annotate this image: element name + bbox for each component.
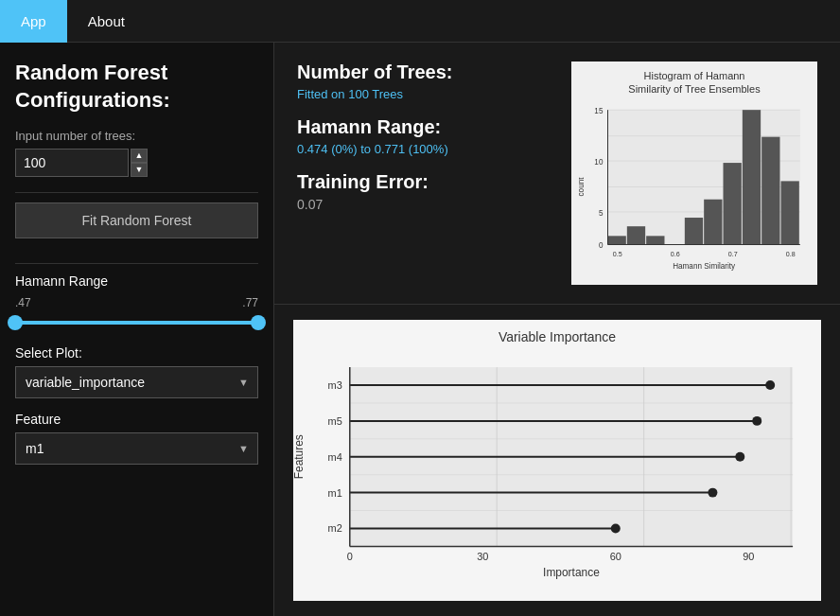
spin-down-button[interactable]: ▼: [131, 163, 148, 177]
right-panel: Number of Trees: Fitted on 100 Trees Ham…: [274, 43, 840, 616]
info-left: Number of Trees: Fitted on 100 Trees Ham…: [297, 62, 552, 285]
select-plot-section: Select Plot: variable_importance partial…: [15, 345, 258, 398]
bar-7: [743, 110, 761, 244]
histogram-container: Histogram of HamannSimilarity of Tree En…: [571, 62, 817, 285]
training-title: Training Error:: [297, 171, 552, 193]
dot-m1: [708, 487, 717, 497]
bar-5: [704, 199, 722, 244]
chart-wrapper: Variable Importance: [293, 320, 821, 601]
trees-title: Number of Trees:: [297, 62, 552, 83]
histogram-svg: 15 10 5 0 0.5 0.6 0.7 0.8 Hamann Similar…: [579, 100, 810, 273]
range-thumb-left[interactable]: [8, 315, 23, 330]
x-tick-60: 60: [610, 551, 621, 562]
variable-importance-svg: m3 m5 m4 m1 m2 0 30 60 90 Importance Fea…: [293, 344, 821, 597]
x-label-0.5: 0.5: [613, 250, 622, 257]
range-slider[interactable]: [15, 313, 258, 332]
x-label-0.7: 0.7: [728, 250, 738, 257]
hamann-title: Hamann Range:: [297, 116, 552, 138]
tab-app[interactable]: App: [0, 0, 67, 43]
y-label-m4: m4: [328, 450, 342, 462]
select-plot-dropdown[interactable]: variable_importance partial_dependence r…: [15, 366, 258, 398]
dot-m3: [765, 380, 775, 390]
select-plot-label: Select Plot:: [15, 345, 258, 361]
y-label-0: 0: [599, 240, 604, 249]
y-label-m1: m1: [328, 486, 342, 498]
range-max-label: .77: [242, 296, 258, 309]
range-fill: [20, 321, 254, 325]
feature-wrapper: m1 m2 m3 m4 m5: [15, 432, 258, 465]
sidebar: Random ForestConfigurations: Input numbe…: [0, 43, 274, 616]
y-axis-label: count: [579, 176, 586, 196]
x-tick-90: 90: [743, 551, 754, 562]
bar-0: [608, 236, 626, 244]
y-label-5: 5: [599, 209, 604, 218]
dot-m2: [611, 523, 621, 533]
feature-dropdown[interactable]: m1 m2 m3 m4 m5: [15, 432, 258, 465]
trees-fitted: Fitted on 100 Trees: [297, 87, 552, 101]
bar-6: [724, 163, 742, 244]
fit-button[interactable]: Fit Random Forest: [15, 202, 258, 238]
training-value: 0.07: [297, 197, 552, 212]
trees-input[interactable]: [15, 149, 129, 177]
hamann-range-title: Hamann Range: [15, 273, 258, 289]
range-thumb-right[interactable]: [251, 315, 266, 330]
select-plot-wrapper: variable_importance partial_dependence r…: [15, 366, 258, 398]
bar-2: [646, 236, 664, 244]
top-navigation: App About: [0, 0, 840, 43]
hamann-value: 0.474 (0%) to 0.771 (100%): [297, 142, 552, 156]
x-axis-title: Importance: [543, 566, 600, 579]
x-axis-label: Hamann Similarity: [673, 262, 736, 271]
divider-1: [15, 192, 258, 193]
spin-buttons: ▲ ▼: [131, 149, 148, 177]
trees-input-row: ▲ ▼: [15, 149, 258, 177]
divider-2: [15, 263, 258, 264]
tab-about[interactable]: About: [67, 0, 146, 43]
range-min-label: .47: [15, 296, 31, 309]
feature-label: Feature: [15, 412, 258, 427]
range-labels: .47 .77: [15, 296, 258, 309]
spin-up-button[interactable]: ▲: [131, 149, 148, 163]
x-label-0.8: 0.8: [786, 250, 796, 257]
y-axis-title: Features: [293, 434, 306, 479]
chart-section: Variable Importance: [274, 305, 840, 616]
trees-label: Input number of trees:: [15, 129, 258, 143]
y-label-10: 10: [594, 158, 604, 167]
x-tick-0: 0: [347, 551, 353, 562]
bar-1: [627, 226, 645, 244]
y-label-m3: m3: [328, 379, 342, 391]
bar-8: [761, 136, 779, 244]
feature-section: Feature m1 m2 m3 m4 m5: [15, 412, 258, 465]
dot-m5: [752, 416, 761, 426]
histogram-title: Histogram of HamannSimilarity of Tree En…: [579, 69, 810, 97]
hamann-range-section: Hamann Range .47 .77: [15, 273, 258, 332]
sidebar-title: Random ForestConfigurations:: [15, 60, 258, 114]
x-tick-30: 30: [477, 551, 488, 562]
bar-4: [685, 218, 703, 244]
x-label-0.6: 0.6: [671, 250, 680, 257]
chart-title: Variable Importance: [293, 320, 821, 344]
main-layout: Random ForestConfigurations: Input numbe…: [0, 43, 840, 616]
bar-9: [781, 181, 799, 244]
info-section: Number of Trees: Fitted on 100 Trees Ham…: [274, 43, 840, 305]
y-label-m5: m5: [328, 414, 342, 426]
dot-m4: [735, 451, 744, 461]
y-label-m2: m2: [328, 522, 342, 534]
y-label-15: 15: [594, 107, 604, 115]
